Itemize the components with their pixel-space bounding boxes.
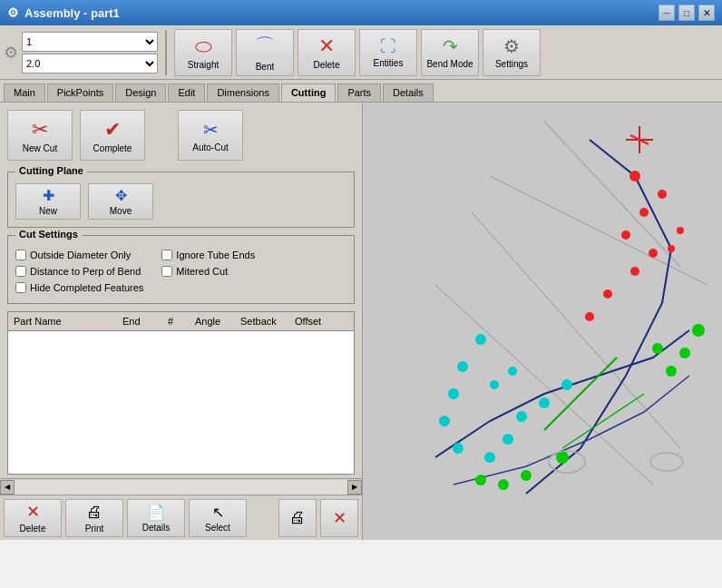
tab-details[interactable]: Details [383, 83, 434, 102]
svg-point-31 [498, 479, 509, 490]
cut-settings-columns: Outside Diameter Only Distance to Perp o… [15, 247, 346, 296]
scroll-right-button[interactable]: ▶ [347, 480, 362, 495]
dropdown-2[interactable]: 2.0 [22, 54, 158, 74]
bottom-delete-icon: ✕ [26, 502, 40, 522]
bottom-delete-button[interactable]: ✕ Delete [4, 499, 62, 537]
auto-cut-icon: ✂ [203, 119, 219, 141]
cutting-plane-group: Cutting Plane ✚ New ✥ Move [7, 172, 355, 228]
svg-point-15 [668, 245, 675, 252]
tab-edit[interactable]: Edit [168, 83, 205, 102]
cut-settings-group: Cut Settings Outside Diameter Only Dista… [7, 235, 355, 304]
delete-button[interactable]: ✕ Delete [298, 29, 356, 76]
tab-parts[interactable]: Parts [337, 83, 381, 102]
cut-settings-label: Cut Settings [15, 229, 82, 240]
cutting-plane-move-label: Move [110, 206, 132, 216]
col-part-name: Part Name [8, 314, 117, 328]
app-icon: ⚙ [7, 5, 19, 20]
bend-mode-label: Bend Mode [426, 59, 473, 69]
entities-button[interactable]: ⛶ Entities [359, 29, 417, 76]
close-button[interactable]: ✕ [698, 5, 715, 21]
bend-mode-icon: ↷ [443, 35, 458, 57]
mitered-cut-checkbox[interactable] [161, 266, 172, 277]
svg-point-23 [502, 434, 513, 445]
distance-perp-checkbox[interactable] [15, 266, 26, 277]
settings-button[interactable]: ⚙ Settings [483, 29, 541, 76]
straight-label: Straight [188, 60, 219, 70]
outside-diameter-label: Outside Diameter Only [30, 250, 131, 260]
cutting-plane-new-button[interactable]: ✚ New [15, 183, 81, 220]
cutting-plane-move-button[interactable]: ✥ Move [88, 183, 153, 220]
ignore-tube-label: Ignore Tube Ends [176, 250, 255, 260]
table-header: Part Name End # Angle Setback Offset [8, 312, 354, 331]
bottom-toolbar: ✕ Delete 🖨 Print 📄 Details ↖ Select 🖨 [0, 495, 362, 540]
scroll-left-button[interactable]: ◀ [0, 480, 15, 495]
toolbar-separator [165, 30, 167, 75]
settings-icon: ⚙ [503, 35, 520, 57]
minimize-button[interactable]: ─ [659, 5, 675, 21]
bottom-details-button[interactable]: 📄 Details [127, 499, 185, 537]
new-cut-icon: ✂ [32, 118, 48, 142]
delete-icon: ✕ [318, 34, 335, 58]
ignore-tube-checkbox[interactable] [161, 250, 172, 260]
bottom-details-icon: 📄 [147, 504, 165, 521]
svg-rect-0 [363, 103, 722, 539]
complete-button[interactable]: ✔ Complete [80, 110, 145, 161]
svg-point-8 [658, 190, 667, 199]
dropdown-1[interactable]: 1 [22, 32, 158, 52]
entities-label: Entities [374, 58, 404, 68]
delete-label: Delete [314, 60, 340, 70]
bottom-print-button[interactable]: 🖨 Print [65, 499, 123, 537]
viewport [363, 103, 722, 540]
tab-dimensions[interactable]: Dimensions [207, 83, 278, 102]
distance-perp-row: Distance to Perp of Bend [15, 266, 143, 277]
bottom-print-label: Print [85, 524, 104, 534]
svg-point-7 [629, 171, 640, 181]
svg-point-34 [679, 348, 690, 358]
outside-diameter-row: Outside Diameter Only [15, 250, 143, 260]
cutting-plane-label: Cutting Plane [15, 165, 87, 176]
settings-label: Settings [495, 59, 528, 69]
svg-point-27 [490, 380, 499, 389]
title-bar: ⚙ Assembly - part1 ─ □ ✕ [0, 0, 722, 25]
svg-point-35 [666, 366, 677, 377]
svg-point-30 [521, 470, 532, 481]
tabs-row: Main PickPoints Design Edit Dimensions C… [0, 80, 722, 103]
tab-main[interactable]: Main [4, 83, 45, 102]
svg-point-16 [677, 227, 684, 234]
logo-icon: ⚙ [4, 43, 18, 63]
toolbar-dropdowns: 1 2.0 [22, 32, 158, 74]
svg-point-24 [516, 411, 527, 422]
svg-point-22 [484, 452, 495, 463]
tab-cutting[interactable]: Cutting [281, 83, 336, 102]
entities-icon: ⛶ [380, 37, 396, 56]
hide-completed-row: Hide Completed Features [15, 282, 143, 293]
hide-completed-checkbox[interactable] [15, 282, 26, 293]
bottom-details-label: Details [142, 523, 171, 533]
svg-point-17 [475, 334, 486, 345]
bottom-cancel-icon: ✕ [333, 508, 346, 528]
cutting-plane-new-label: New [39, 206, 57, 216]
cutting-plane-move-icon: ✥ [115, 187, 127, 204]
col-end: End [117, 314, 162, 328]
svg-point-25 [539, 397, 550, 408]
svg-point-36 [652, 343, 663, 354]
bottom-cancel-button[interactable]: ✕ [320, 499, 358, 537]
auto-cut-button[interactable]: ✂ Auto-Cut [178, 110, 243, 161]
scroll-track[interactable] [15, 480, 347, 495]
cutting-plane-buttons: ✚ New ✥ Move [15, 183, 346, 220]
bottom-select-icon: ↖ [212, 504, 224, 521]
svg-point-19 [448, 388, 459, 399]
bottom-select-button[interactable]: ↖ Select [189, 499, 247, 537]
outside-diameter-checkbox[interactable] [15, 250, 26, 260]
straight-button[interactable]: ⬭ Straight [174, 29, 232, 76]
col-offset: Offset [289, 314, 335, 328]
tab-pickpoints[interactable]: PickPoints [47, 83, 113, 102]
bent-button[interactable]: ⌒ Bent [236, 29, 294, 76]
bend-mode-button[interactable]: ↷ Bend Mode [421, 29, 479, 76]
svg-point-20 [439, 416, 450, 426]
maximize-button[interactable]: □ [678, 5, 695, 21]
svg-point-9 [639, 208, 649, 217]
new-cut-button[interactable]: ✂ New Cut [7, 110, 73, 161]
tab-design[interactable]: Design [115, 83, 166, 102]
bottom-print2-button[interactable]: 🖨 [278, 499, 317, 537]
